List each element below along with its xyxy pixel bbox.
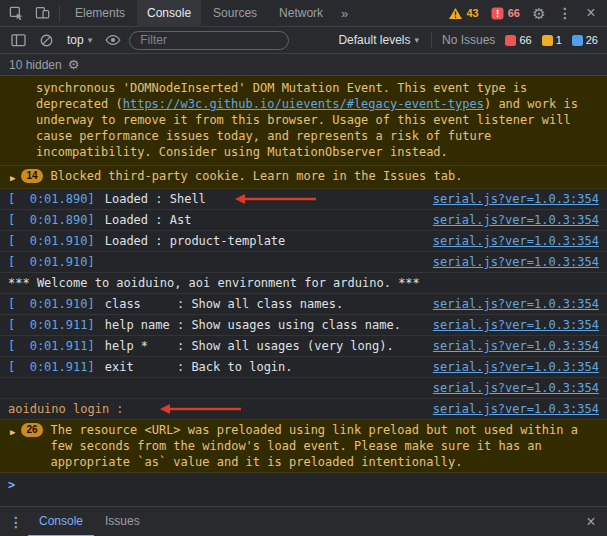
error-count: 66: [519, 34, 531, 46]
console-message: serial.js?ver=1.0.3:354: [0, 378, 607, 399]
repeat-count-badge: 26: [21, 423, 42, 437]
timestamp: [ 0:01.910]: [8, 254, 95, 270]
source-link[interactable]: serial.js?ver=1.0.3:354: [433, 380, 599, 396]
prompt-chevron-icon: >: [8, 478, 15, 492]
deprecation-warning-message: synchronous 'DOMNodeInserted' DOM Mutati…: [0, 76, 607, 166]
expand-arrow-icon[interactable]: ▶: [10, 424, 15, 440]
timestamp: [ 0:01.910]: [8, 233, 95, 249]
message-text: Loaded : Ast: [105, 212, 192, 228]
console-message: [ 0:01.910]Loaded : product-templateseri…: [0, 231, 607, 252]
source-link[interactable]: serial.js?ver=1.0.3:354: [433, 191, 599, 207]
filter-input[interactable]: [129, 31, 289, 50]
devtools-window: Elements Console Sources Network » 43 66…: [0, 0, 607, 536]
message-text: Loaded : Shell: [105, 191, 206, 207]
issues-status[interactable]: No Issues: [439, 33, 498, 47]
context-label: top: [67, 33, 84, 47]
drawer-tab-console[interactable]: Console: [28, 507, 94, 536]
chevron-down-icon: ▾: [88, 35, 93, 45]
console-info-count[interactable]: 26: [569, 34, 601, 46]
source-link[interactable]: serial.js?ver=1.0.3:354: [433, 212, 599, 228]
console-message: [ 0:01.910]class : Show all class names.…: [0, 294, 607, 315]
console-warning-count[interactable]: 1: [539, 34, 565, 46]
clear-console-icon[interactable]: [34, 28, 58, 52]
close-devtools-icon[interactable]: ×: [579, 1, 603, 25]
info-bubble-icon: [572, 35, 583, 46]
inspect-icon[interactable]: [4, 1, 28, 25]
console-error-count[interactable]: 66: [502, 34, 534, 46]
kebab-menu-icon[interactable]: ⋮: [553, 1, 577, 25]
warning-count: 1: [556, 34, 562, 46]
console-message: [ 0:01.910]serial.js?ver=1.0.3:354: [0, 252, 607, 273]
message-text: help * : Show all usages (very long).: [105, 338, 394, 354]
annotation-arrow-icon: [234, 191, 318, 207]
tab-sources[interactable]: Sources: [203, 0, 267, 27]
hidden-settings-gear-icon[interactable]: ⚙: [68, 58, 80, 71]
deprecation-link[interactable]: https://w3c.github.io/uievents/#legacy-e…: [123, 97, 484, 111]
drawer-tabbar: ⋮ Console Issues ×: [0, 506, 607, 536]
divider: [431, 32, 432, 48]
timestamp: [ 0:01.890]: [8, 191, 95, 207]
repeat-count-badge: 14: [21, 169, 42, 183]
source-link[interactable]: serial.js?ver=1.0.3:354: [433, 317, 599, 333]
timestamp: [ 0:01.890]: [8, 212, 95, 228]
message-text: Loaded : product-template: [105, 233, 286, 249]
message-text: class : Show all class names.: [105, 296, 343, 312]
device-toolbar-icon[interactable]: [30, 1, 54, 25]
source-link[interactable]: serial.js?ver=1.0.3:354: [433, 233, 599, 249]
expand-arrow-icon[interactable]: ▶: [10, 170, 15, 186]
error-count-badge[interactable]: 66: [486, 7, 525, 20]
source-link[interactable]: serial.js?ver=1.0.3:354: [433, 338, 599, 354]
timestamp: [ 0:01.911]: [8, 359, 95, 375]
close-drawer-icon[interactable]: ×: [579, 510, 603, 534]
source-link[interactable]: serial.js?ver=1.0.3:354: [433, 254, 599, 270]
eye-icon[interactable]: [101, 28, 125, 52]
console-message: [ 0:01.911]exit : Back to login.serial.j…: [0, 357, 607, 378]
console-prompt-row[interactable]: >: [0, 473, 607, 497]
error-count: 66: [508, 7, 520, 19]
log-levels-dropdown[interactable]: Default levels ▾: [333, 33, 424, 47]
console-toolbar: top ▾ Default levels ▾ No Issues 66 1 26: [0, 27, 607, 54]
devtools-tabbar: Elements Console Sources Network » 43 66…: [0, 0, 607, 27]
error-icon: [491, 7, 504, 20]
tab-elements[interactable]: Elements: [65, 0, 135, 27]
tab-console[interactable]: Console: [137, 0, 201, 27]
message-text: exit : Back to login.: [105, 359, 293, 375]
source-link[interactable]: serial.js?ver=1.0.3:354: [433, 401, 599, 417]
message-text: help name : Show usages using class name…: [105, 317, 401, 333]
tab-network[interactable]: Network: [269, 0, 333, 27]
message-text: The resource <URL> was preloaded using l…: [51, 422, 599, 470]
console-message: [ 0:01.890]Loaded : Shellserial.js?ver=1…: [0, 189, 607, 210]
error-bubble-icon: [505, 35, 516, 46]
console-output: synchronous 'DOMNodeInserted' DOM Mutati…: [0, 76, 607, 506]
console-message: aoiduino login : serial.js?ver=1.0.3:354: [0, 399, 607, 420]
hidden-count-label: 10 hidden: [9, 58, 62, 72]
source-link[interactable]: serial.js?ver=1.0.3:354: [433, 359, 599, 375]
drawer-tab-issues[interactable]: Issues: [94, 507, 151, 536]
warning-bubble-icon: [542, 35, 553, 46]
console-message: ▶26The resource <URL> was preloaded usin…: [0, 420, 607, 473]
source-link[interactable]: serial.js?ver=1.0.3:354: [433, 296, 599, 312]
console-message: [ 0:01.911]help * : Show all usages (ver…: [0, 336, 607, 357]
chevron-down-icon: ▾: [414, 35, 419, 45]
annotation-arrow-icon: [159, 401, 243, 417]
info-count: 26: [586, 34, 598, 46]
console-sidebar-icon[interactable]: [6, 28, 30, 52]
warning-count: 43: [467, 7, 479, 19]
console-message: [ 0:01.911]help name : Show usages using…: [0, 315, 607, 336]
message-text: aoiduino login :: [8, 401, 131, 417]
console-message: [ 0:01.890]Loaded : Astserial.js?ver=1.0…: [0, 210, 607, 231]
timestamp: [ 0:01.911]: [8, 338, 95, 354]
settings-gear-icon[interactable]: ⚙: [527, 1, 551, 25]
more-tabs-icon[interactable]: »: [335, 6, 354, 21]
timestamp: [ 0:01.911]: [8, 317, 95, 333]
message-text: *** Welcome to aoiduino, aoi environment…: [8, 275, 420, 291]
warning-triangle-icon: [448, 7, 463, 20]
divider: [59, 5, 60, 21]
context-selector[interactable]: top ▾: [62, 33, 97, 47]
hidden-messages-bar: 10 hidden ⚙: [0, 54, 607, 76]
drawer-kebab-menu-icon[interactable]: ⋮: [4, 510, 28, 534]
console-message: *** Welcome to aoiduino, aoi environment…: [0, 273, 607, 294]
log-levels-label: Default levels: [338, 33, 410, 47]
warning-count-badge[interactable]: 43: [443, 7, 484, 20]
console-message-list: ▶14Blocked third-party cookie. Learn mor…: [0, 166, 607, 473]
